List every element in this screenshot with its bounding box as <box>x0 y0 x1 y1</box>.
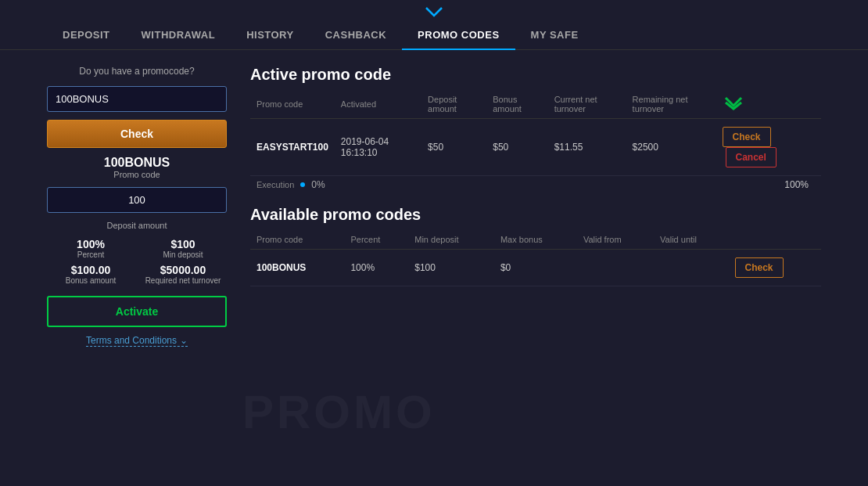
tab-my-safe[interactable]: MY SAFE <box>515 23 594 50</box>
active-row-action-buttons: Check Cancel <box>716 119 821 176</box>
active-row-promo-code: EASYSTART100 <box>250 119 335 176</box>
terms-and-conditions-link[interactable]: Terms and Conditions ⌄ <box>86 335 188 347</box>
stat-bonus-amount-label: Bonus amount <box>47 276 135 285</box>
promo-code-label: Promo code <box>104 170 170 179</box>
top-chevron-area <box>0 0 868 17</box>
avail-row-valid-from <box>577 250 654 286</box>
stat-percent-value: 100% <box>47 238 135 250</box>
chevron-down-icon <box>425 6 443 17</box>
active-check-button[interactable]: Check <box>723 127 771 147</box>
stats-grid: 100% Percent $100 Min deposit $100.00 Bo… <box>47 238 227 285</box>
promo-code-input[interactable] <box>47 86 227 112</box>
execution-left: Execution 0% <box>256 179 325 190</box>
available-promo-row: 100BONUS 100% $100 $0 Check <box>250 250 821 286</box>
execution-dot-icon <box>300 182 305 187</box>
tab-deposit[interactable]: DEPOSIT <box>47 23 126 50</box>
stat-percent-label: Percent <box>47 250 135 259</box>
app-container: DEPOSIT WITHDRAWAL HISTORY CASHBACK PROM… <box>0 0 868 486</box>
active-promo-table: Promo code Activated Deposit amount Bonu… <box>250 90 821 176</box>
col-promo-code: Promo code <box>250 90 335 119</box>
question-text: Do you have a promocode? <box>79 66 194 77</box>
green-chevron-icon <box>723 96 744 110</box>
avail-col-max-bonus: Max bonus <box>494 230 577 250</box>
col-current-net-turnover: Current net turnover <box>548 90 626 119</box>
right-panel: Active promo code Promo code Activated D… <box>250 66 821 470</box>
col-remaining-net-turnover: Remaining net turnover <box>626 90 716 119</box>
avail-row-max-bonus: $0 <box>494 250 577 286</box>
nav-tabs: DEPOSIT WITHDRAWAL HISTORY CASHBACK PROM… <box>0 17 868 50</box>
avail-col-min-deposit: Min deposit <box>408 230 494 250</box>
active-row-remaining-net: $2500 <box>626 119 716 176</box>
avail-row-min-deposit: $100 <box>408 250 494 286</box>
col-deposit-amount: Deposit amount <box>421 90 486 119</box>
terms-link-text: Terms and Conditions <box>86 335 177 346</box>
col-bonus-amount: Bonus amount <box>486 90 547 119</box>
col-activated: Activated <box>335 90 421 119</box>
stat-net-turnover-value: $5000.00 <box>139 264 227 276</box>
active-row-activated: 2019-06-04 16:13:10 <box>335 119 421 176</box>
avail-col-promo-code: Promo code <box>250 230 344 250</box>
active-promo-title: Active promo code <box>250 66 821 84</box>
stat-bonus-amount-value: $100.00 <box>47 264 135 276</box>
left-panel: Do you have a promocode? Check 100BONUS … <box>47 66 227 470</box>
available-check-button[interactable]: Check <box>735 257 784 278</box>
avail-col-actions-header <box>729 230 821 250</box>
active-cancel-button[interactable]: Cancel <box>726 147 777 167</box>
active-row-bonus-amount: $50 <box>486 119 547 176</box>
avail-col-valid-from: Valid from <box>577 230 654 250</box>
active-row-current-net: $11.55 <box>548 119 626 176</box>
stat-net-turnover: $5000.00 Required net turnover <box>139 264 227 285</box>
stat-bonus-amount: $100.00 Bonus amount <box>47 264 135 285</box>
tab-history[interactable]: HISTORY <box>231 23 310 50</box>
col-actions-header <box>716 90 821 119</box>
active-promo-row: EASYSTART100 2019-06-04 16:13:10 $50 $50… <box>250 119 821 176</box>
stat-min-deposit-label: Min deposit <box>139 250 227 259</box>
tab-promo-codes[interactable]: PROMO CODES <box>402 23 515 50</box>
tab-cashback[interactable]: CASHBACK <box>310 23 402 50</box>
execution-total: 100% <box>784 179 809 190</box>
execution-row: Execution 0% 100% <box>250 176 821 193</box>
deposit-amount-input[interactable] <box>47 187 227 213</box>
available-promo-table: Promo code Percent Min deposit Max bonus… <box>250 230 821 286</box>
avail-row-percent: 100% <box>344 250 408 286</box>
avail-row-valid-until <box>654 250 728 286</box>
promo-code-name: 100BONUS <box>104 156 170 170</box>
available-promo-section: Available promo codes Promo code Percent… <box>250 206 821 286</box>
active-promo-section: Active promo code Promo code Activated D… <box>250 66 821 193</box>
main-content: Do you have a promocode? Check 100BONUS … <box>0 50 868 486</box>
deposit-label: Deposit amount <box>106 221 167 230</box>
avail-col-percent: Percent <box>344 230 408 250</box>
activate-button[interactable]: Activate <box>47 296 227 327</box>
check-promo-button[interactable]: Check <box>47 120 227 148</box>
execution-percent-value: 0% <box>311 179 325 190</box>
stat-percent: 100% Percent <box>47 238 135 259</box>
avail-col-valid-until: Valid until <box>654 230 728 250</box>
promo-code-display: 100BONUS Promo code <box>104 156 170 179</box>
stat-net-turnover-label: Required net turnover <box>139 276 227 285</box>
tab-withdrawal[interactable]: WITHDRAWAL <box>126 23 231 50</box>
avail-row-promo-code: 100BONUS <box>250 250 344 286</box>
execution-label: Execution <box>256 180 294 189</box>
stat-min-deposit-value: $100 <box>139 238 227 250</box>
active-row-deposit-amount: $50 <box>421 119 486 176</box>
available-promo-title: Available promo codes <box>250 206 821 224</box>
stat-min-deposit: $100 Min deposit <box>139 238 227 259</box>
avail-row-action-buttons: Check <box>729 250 821 286</box>
terms-chevron-icon: ⌄ <box>180 335 188 346</box>
